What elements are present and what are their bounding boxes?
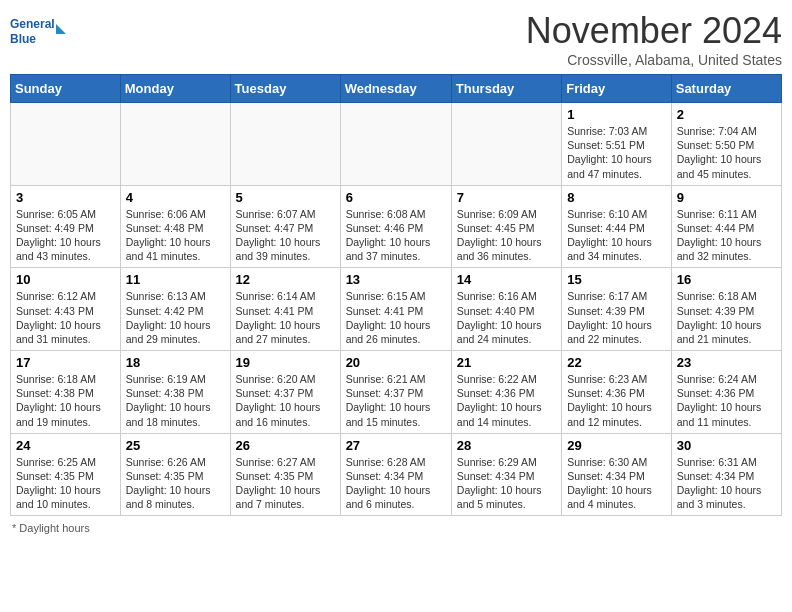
dow-header-cell: Friday	[562, 75, 672, 103]
calendar-day-cell: 20Sunrise: 6:21 AM Sunset: 4:37 PM Dayli…	[340, 351, 451, 434]
calendar-day-cell: 5Sunrise: 6:07 AM Sunset: 4:47 PM Daylig…	[230, 185, 340, 268]
location: Crossville, Alabama, United States	[526, 52, 782, 68]
title-block: November 2024 Crossville, Alabama, Unite…	[526, 10, 782, 68]
calendar-body: 1Sunrise: 7:03 AM Sunset: 5:51 PM Daylig…	[11, 103, 782, 516]
day-info: Sunrise: 6:24 AM Sunset: 4:36 PM Dayligh…	[677, 372, 776, 429]
dow-header-cell: Tuesday	[230, 75, 340, 103]
day-info: Sunrise: 6:29 AM Sunset: 4:34 PM Dayligh…	[457, 455, 556, 512]
day-info: Sunrise: 6:10 AM Sunset: 4:44 PM Dayligh…	[567, 207, 666, 264]
day-number: 16	[677, 272, 776, 287]
day-number: 28	[457, 438, 556, 453]
day-info: Sunrise: 6:21 AM Sunset: 4:37 PM Dayligh…	[346, 372, 446, 429]
day-info: Sunrise: 6:18 AM Sunset: 4:39 PM Dayligh…	[677, 289, 776, 346]
calendar-day-cell: 28Sunrise: 6:29 AM Sunset: 4:34 PM Dayli…	[451, 433, 561, 516]
day-info: Sunrise: 6:16 AM Sunset: 4:40 PM Dayligh…	[457, 289, 556, 346]
day-number: 3	[16, 190, 115, 205]
day-info: Sunrise: 7:04 AM Sunset: 5:50 PM Dayligh…	[677, 124, 776, 181]
day-info: Sunrise: 6:12 AM Sunset: 4:43 PM Dayligh…	[16, 289, 115, 346]
day-number: 25	[126, 438, 225, 453]
calendar-week-row: 3Sunrise: 6:05 AM Sunset: 4:49 PM Daylig…	[11, 185, 782, 268]
calendar-day-cell: 14Sunrise: 6:16 AM Sunset: 4:40 PM Dayli…	[451, 268, 561, 351]
day-number: 7	[457, 190, 556, 205]
page-header: General Blue November 2024 Crossville, A…	[10, 10, 782, 68]
day-number: 30	[677, 438, 776, 453]
day-number: 26	[236, 438, 335, 453]
day-number: 13	[346, 272, 446, 287]
day-number: 18	[126, 355, 225, 370]
calendar-day-cell: 26Sunrise: 6:27 AM Sunset: 4:35 PM Dayli…	[230, 433, 340, 516]
day-number: 22	[567, 355, 666, 370]
day-info: Sunrise: 6:11 AM Sunset: 4:44 PM Dayligh…	[677, 207, 776, 264]
day-info: Sunrise: 6:09 AM Sunset: 4:45 PM Dayligh…	[457, 207, 556, 264]
daylight-label: Daylight hours	[19, 522, 89, 534]
day-info: Sunrise: 7:03 AM Sunset: 5:51 PM Dayligh…	[567, 124, 666, 181]
day-info: Sunrise: 6:07 AM Sunset: 4:47 PM Dayligh…	[236, 207, 335, 264]
day-info: Sunrise: 6:06 AM Sunset: 4:48 PM Dayligh…	[126, 207, 225, 264]
day-number: 21	[457, 355, 556, 370]
day-number: 1	[567, 107, 666, 122]
day-number: 9	[677, 190, 776, 205]
day-info: Sunrise: 6:17 AM Sunset: 4:39 PM Dayligh…	[567, 289, 666, 346]
calendar-day-cell	[11, 103, 121, 186]
day-number: 20	[346, 355, 446, 370]
calendar-day-cell: 30Sunrise: 6:31 AM Sunset: 4:34 PM Dayli…	[671, 433, 781, 516]
calendar-day-cell: 1Sunrise: 7:03 AM Sunset: 5:51 PM Daylig…	[562, 103, 672, 186]
day-number: 27	[346, 438, 446, 453]
day-info: Sunrise: 6:30 AM Sunset: 4:34 PM Dayligh…	[567, 455, 666, 512]
calendar-table: SundayMondayTuesdayWednesdayThursdayFrid…	[10, 74, 782, 516]
calendar-day-cell	[340, 103, 451, 186]
calendar-day-cell: 23Sunrise: 6:24 AM Sunset: 4:36 PM Dayli…	[671, 351, 781, 434]
svg-text:Blue: Blue	[10, 32, 36, 46]
day-info: Sunrise: 6:14 AM Sunset: 4:41 PM Dayligh…	[236, 289, 335, 346]
calendar-day-cell: 8Sunrise: 6:10 AM Sunset: 4:44 PM Daylig…	[562, 185, 672, 268]
calendar-day-cell: 7Sunrise: 6:09 AM Sunset: 4:45 PM Daylig…	[451, 185, 561, 268]
calendar-day-cell: 9Sunrise: 6:11 AM Sunset: 4:44 PM Daylig…	[671, 185, 781, 268]
calendar-day-cell: 19Sunrise: 6:20 AM Sunset: 4:37 PM Dayli…	[230, 351, 340, 434]
days-of-week-row: SundayMondayTuesdayWednesdayThursdayFrid…	[11, 75, 782, 103]
day-info: Sunrise: 6:26 AM Sunset: 4:35 PM Dayligh…	[126, 455, 225, 512]
dow-header-cell: Saturday	[671, 75, 781, 103]
day-info: Sunrise: 6:27 AM Sunset: 4:35 PM Dayligh…	[236, 455, 335, 512]
day-number: 2	[677, 107, 776, 122]
day-info: Sunrise: 6:31 AM Sunset: 4:34 PM Dayligh…	[677, 455, 776, 512]
day-info: Sunrise: 6:13 AM Sunset: 4:42 PM Dayligh…	[126, 289, 225, 346]
day-info: Sunrise: 6:18 AM Sunset: 4:38 PM Dayligh…	[16, 372, 115, 429]
day-info: Sunrise: 6:20 AM Sunset: 4:37 PM Dayligh…	[236, 372, 335, 429]
day-number: 23	[677, 355, 776, 370]
day-info: Sunrise: 6:05 AM Sunset: 4:49 PM Dayligh…	[16, 207, 115, 264]
calendar-day-cell	[451, 103, 561, 186]
dow-header-cell: Monday	[120, 75, 230, 103]
calendar-day-cell: 10Sunrise: 6:12 AM Sunset: 4:43 PM Dayli…	[11, 268, 121, 351]
calendar-day-cell: 17Sunrise: 6:18 AM Sunset: 4:38 PM Dayli…	[11, 351, 121, 434]
day-number: 15	[567, 272, 666, 287]
footer-note: * Daylight hours	[10, 522, 782, 534]
calendar-day-cell: 15Sunrise: 6:17 AM Sunset: 4:39 PM Dayli…	[562, 268, 672, 351]
calendar-day-cell: 11Sunrise: 6:13 AM Sunset: 4:42 PM Dayli…	[120, 268, 230, 351]
day-info: Sunrise: 6:23 AM Sunset: 4:36 PM Dayligh…	[567, 372, 666, 429]
day-number: 19	[236, 355, 335, 370]
calendar-day-cell: 24Sunrise: 6:25 AM Sunset: 4:35 PM Dayli…	[11, 433, 121, 516]
dow-header-cell: Wednesday	[340, 75, 451, 103]
calendar-day-cell: 2Sunrise: 7:04 AM Sunset: 5:50 PM Daylig…	[671, 103, 781, 186]
day-number: 17	[16, 355, 115, 370]
day-info: Sunrise: 6:15 AM Sunset: 4:41 PM Dayligh…	[346, 289, 446, 346]
calendar-week-row: 1Sunrise: 7:03 AM Sunset: 5:51 PM Daylig…	[11, 103, 782, 186]
svg-text:General: General	[10, 17, 55, 31]
day-info: Sunrise: 6:28 AM Sunset: 4:34 PM Dayligh…	[346, 455, 446, 512]
calendar-day-cell: 27Sunrise: 6:28 AM Sunset: 4:34 PM Dayli…	[340, 433, 451, 516]
day-info: Sunrise: 6:25 AM Sunset: 4:35 PM Dayligh…	[16, 455, 115, 512]
calendar-day-cell: 12Sunrise: 6:14 AM Sunset: 4:41 PM Dayli…	[230, 268, 340, 351]
calendar-day-cell: 3Sunrise: 6:05 AM Sunset: 4:49 PM Daylig…	[11, 185, 121, 268]
calendar-day-cell: 18Sunrise: 6:19 AM Sunset: 4:38 PM Dayli…	[120, 351, 230, 434]
day-number: 14	[457, 272, 556, 287]
day-number: 10	[16, 272, 115, 287]
calendar-day-cell: 4Sunrise: 6:06 AM Sunset: 4:48 PM Daylig…	[120, 185, 230, 268]
month-title: November 2024	[526, 10, 782, 52]
calendar-week-row: 24Sunrise: 6:25 AM Sunset: 4:35 PM Dayli…	[11, 433, 782, 516]
calendar-day-cell	[230, 103, 340, 186]
svg-marker-2	[56, 24, 66, 34]
dow-header-cell: Thursday	[451, 75, 561, 103]
calendar-day-cell	[120, 103, 230, 186]
day-number: 29	[567, 438, 666, 453]
logo: General Blue	[10, 14, 66, 50]
